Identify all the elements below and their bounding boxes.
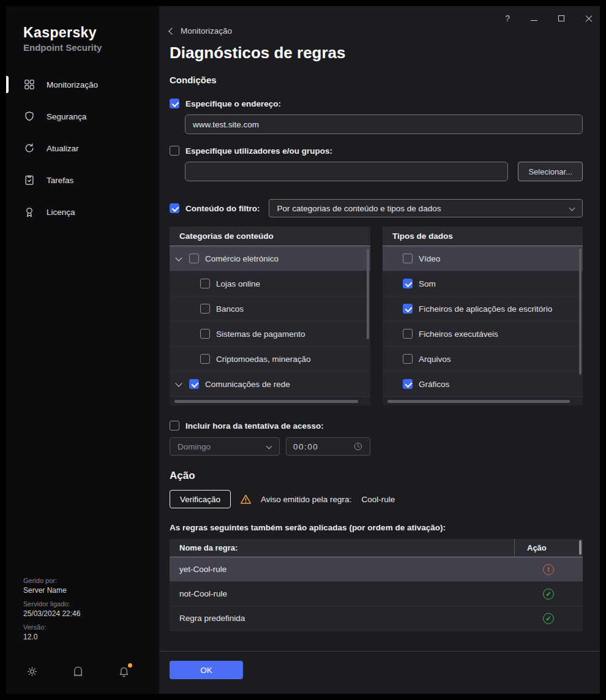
- data-type-label: Gráficos: [419, 380, 449, 389]
- table-scrollbar[interactable]: [579, 540, 582, 555]
- warning-rule-name: Cool-rule: [361, 495, 395, 504]
- access-time-controls: Domingo 00:00: [170, 437, 583, 456]
- address-checkbox[interactable]: [170, 99, 179, 108]
- page-title: Diagnósticos de regras: [170, 43, 583, 62]
- category-row[interactable]: Bancos: [170, 296, 370, 322]
- category-row[interactable]: Lojas online: [170, 271, 370, 296]
- table-row[interactable]: not-Cool-rule✓: [170, 582, 583, 606]
- settings-gear-icon[interactable]: [26, 665, 39, 680]
- data-type-row[interactable]: Ficheiros executáveis: [383, 322, 583, 347]
- horizontal-scrollbar[interactable]: [174, 400, 358, 403]
- table-row[interactable]: yet-Cool-rule!: [170, 557, 583, 582]
- checkbox[interactable]: [403, 279, 413, 288]
- checkbox[interactable]: [403, 379, 413, 389]
- rules-intro-text: As regras seguintes também serão aplicad…: [170, 523, 583, 532]
- vertical-scrollbar[interactable]: [579, 249, 582, 375]
- sidebar-item-licenca[interactable]: Licença: [6, 196, 159, 228]
- category-row[interactable]: Comércio eletrónico: [170, 246, 370, 271]
- rule-action-column-header: Ação: [514, 539, 583, 557]
- warning-label: Aviso emitido pela regra:: [261, 495, 351, 504]
- address-label: Especifique o endereço:: [185, 99, 281, 108]
- notifications-bell-icon[interactable]: [118, 665, 130, 680]
- footer-bar: OK: [170, 661, 583, 679]
- sidebar-item-monitorizacao[interactable]: Monitorização: [6, 69, 159, 100]
- data-type-row[interactable]: Vídeo: [383, 246, 583, 271]
- chevron-left-icon: [168, 28, 175, 34]
- users-checkbox-row[interactable]: Especifique utilizadores e/ou grupos:: [170, 146, 583, 156]
- checkbox[interactable]: [200, 304, 210, 314]
- filter-select-value: Por categorias de conteúdo e tipos de da…: [277, 204, 441, 213]
- time-input[interactable]: 00:00: [286, 437, 370, 456]
- server-label: Servidor ligado:: [23, 600, 80, 608]
- rules-table-body: yet-Cool-rule!not-Cool-rule✓Regra predef…: [170, 557, 583, 631]
- access-time-checkbox-row[interactable]: Incluir hora da tentativa de acesso:: [170, 421, 583, 431]
- data-type-row[interactable]: Gráficos: [383, 372, 583, 397]
- address-checkbox-row[interactable]: Especifique o endereço:: [170, 99, 583, 108]
- category-label: Criptomoedas, mineração: [216, 355, 311, 364]
- filter-label: Conteúdo do filtro:: [185, 204, 260, 213]
- data-type-label: Ficheiros executáveis: [419, 329, 498, 339]
- category-row[interactable]: Comunicações de rede: [170, 372, 370, 397]
- category-row[interactable]: Sistemas de pagamento: [170, 322, 370, 347]
- checkbox[interactable]: [403, 354, 413, 364]
- checkbox[interactable]: [189, 379, 199, 389]
- users-checkbox[interactable]: [170, 146, 179, 156]
- chevron-down-icon: [569, 205, 575, 211]
- day-select-value: Domingo: [178, 442, 211, 451]
- horizontal-scrollbar[interactable]: [387, 400, 570, 403]
- checkbox[interactable]: [200, 329, 210, 339]
- access-time-checkbox[interactable]: [170, 421, 179, 431]
- data-type-row[interactable]: Arquivos: [383, 347, 583, 372]
- managed-by-label: Gerido por:: [23, 577, 80, 584]
- ok-button[interactable]: OK: [170, 661, 243, 679]
- checkbox[interactable]: [403, 254, 413, 263]
- data-types-list-body: VídeoSomFicheiros de aplicações de escri…: [383, 246, 583, 397]
- help-button[interactable]: ?: [505, 13, 510, 23]
- data-types-panel: Tipos de dados VídeoSomFicheiros de apli…: [383, 227, 583, 405]
- checkbox[interactable]: [200, 354, 210, 364]
- sidebar-item-atualizar[interactable]: Atualizar: [6, 132, 159, 164]
- data-type-row[interactable]: Ficheiros de aplicações de escritório: [383, 296, 583, 322]
- category-row[interactable]: Criptomoedas, mineração: [170, 347, 370, 372]
- category-label: Sistemas de pagamento: [216, 329, 305, 339]
- clock-icon: [353, 442, 363, 451]
- table-row[interactable]: Regra predefinida✓: [170, 606, 583, 631]
- vertical-scrollbar[interactable]: [367, 249, 369, 339]
- brand-name: Kaspersky: [23, 24, 159, 41]
- verify-button[interactable]: Verificação: [170, 490, 231, 508]
- support-icon[interactable]: [72, 665, 84, 680]
- close-button[interactable]: [585, 15, 593, 22]
- address-input[interactable]: [185, 115, 583, 134]
- refresh-icon: [23, 142, 36, 154]
- filter-select[interactable]: Por categorias de conteúdo e tipos de da…: [269, 199, 583, 217]
- select-users-button[interactable]: Selecionar...: [518, 162, 583, 181]
- back-link[interactable]: Monitorização: [170, 26, 232, 36]
- filter-checkbox[interactable]: [170, 203, 179, 213]
- status-ok-icon: ✓: [543, 589, 554, 600]
- back-label: Monitorização: [181, 26, 232, 36]
- access-time-label: Incluir hora da tentativa de acesso:: [185, 421, 324, 431]
- sidebar-bottom-icons: [26, 665, 130, 680]
- sidebar-item-label: Segurança: [47, 112, 86, 121]
- sidebar-item-seguranca[interactable]: Segurança: [6, 100, 159, 132]
- chevron-down-icon[interactable]: [175, 254, 182, 261]
- checkbox[interactable]: [200, 279, 210, 288]
- data-type-row[interactable]: Som: [383, 271, 583, 296]
- managed-by-value: Server Name: [23, 586, 80, 595]
- chevron-down-icon[interactable]: [175, 380, 182, 386]
- status-ok-icon: ✓: [543, 613, 554, 624]
- filter-lists: Categorias de conteúdo Comércio eletróni…: [170, 227, 583, 405]
- checkbox[interactable]: [403, 304, 413, 314]
- day-select[interactable]: Domingo: [170, 437, 280, 456]
- users-input[interactable]: [185, 162, 508, 181]
- maximize-button[interactable]: [558, 15, 564, 21]
- action-row: Verificação Aviso emitido pela regra: Co…: [170, 490, 583, 508]
- sidebar: Kaspersky Endpoint Security Monitorizaçã…: [6, 6, 159, 694]
- checkbox[interactable]: [403, 329, 413, 339]
- rules-table-header: Nome da regra: Ação: [170, 539, 583, 557]
- rule-action-cell: !: [514, 564, 583, 575]
- sidebar-item-tarefas[interactable]: Tarefas: [6, 164, 159, 196]
- minimize-button[interactable]: [531, 15, 537, 22]
- action-section-title: Ação: [170, 470, 583, 482]
- checkbox[interactable]: [189, 254, 199, 263]
